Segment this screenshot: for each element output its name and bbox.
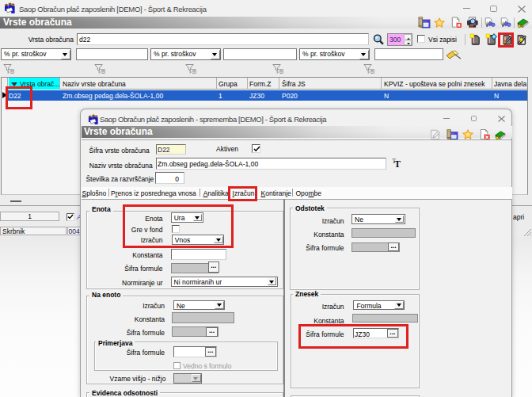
svg-text:T: T — [394, 158, 401, 168]
